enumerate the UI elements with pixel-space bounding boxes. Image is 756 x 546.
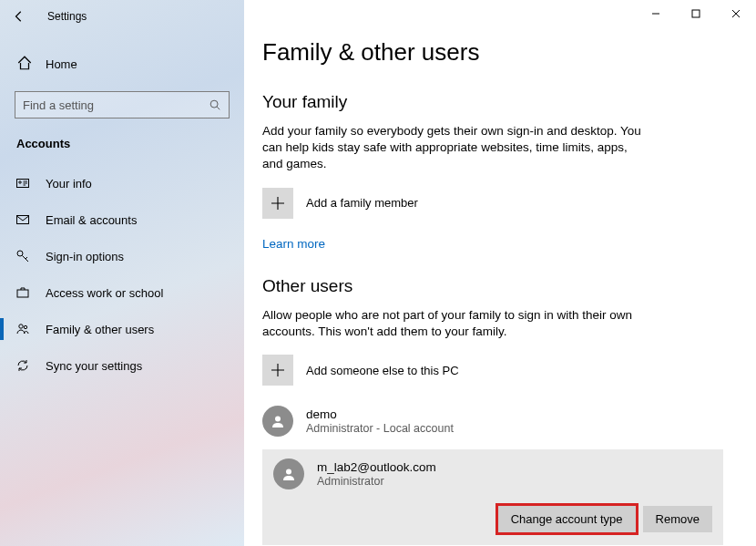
home-label: Home	[46, 57, 77, 71]
back-button[interactable]	[7, 5, 31, 28]
close-button[interactable]	[716, 0, 756, 27]
nav-sync-settings[interactable]: Sync your settings	[0, 347, 244, 384]
avatar-icon	[262, 406, 293, 437]
key-icon	[15, 249, 31, 263]
svg-point-10	[286, 469, 291, 475]
id-card-icon	[15, 176, 31, 191]
add-other-label: Add someone else to this PC	[306, 364, 459, 377]
user-role: Administrator - Local account	[306, 422, 454, 435]
section-other-users-title: Other users	[262, 276, 723, 296]
maximize-button[interactable]	[676, 0, 716, 27]
page-title: Family & other users	[262, 38, 723, 67]
home-icon	[16, 55, 33, 74]
other-user-row[interactable]: m_lab2@outlook.com Administrator	[273, 458, 712, 489]
nav-label: Sign-in options	[46, 250, 124, 263]
search-box[interactable]	[15, 91, 230, 118]
nav-email-accounts[interactable]: Email & accounts	[0, 201, 244, 238]
add-family-member-button[interactable]: Add a family member	[262, 188, 723, 219]
home-nav[interactable]: Home	[0, 47, 244, 80]
user-name: demo	[306, 407, 454, 421]
briefcase-icon	[15, 285, 31, 300]
nav-label: Family & other users	[46, 323, 154, 336]
nav-your-info[interactable]: Your info	[0, 165, 244, 201]
search-input[interactable]	[23, 98, 209, 112]
section-other-users-desc: Allow people who are not part of your fa…	[262, 307, 645, 340]
nav-label: Email & accounts	[46, 213, 137, 227]
svg-point-6	[19, 325, 23, 328]
minimize-button[interactable]	[636, 0, 676, 27]
nav-access-work-school[interactable]: Access work or school	[0, 274, 244, 311]
plus-icon	[262, 355, 293, 386]
avatar-icon	[273, 458, 304, 489]
people-icon	[15, 322, 31, 336]
svg-rect-8	[692, 10, 700, 17]
remove-user-button[interactable]: Remove	[643, 506, 712, 532]
section-label: Accounts	[0, 118, 244, 158]
mail-icon	[15, 212, 31, 227]
change-account-type-button[interactable]: Change account type	[498, 506, 636, 532]
add-family-label: Add a family member	[306, 196, 418, 210]
svg-point-9	[275, 417, 281, 422]
add-other-user-button[interactable]: Add someone else to this PC	[262, 355, 723, 386]
user-name: m_lab2@outlook.com	[317, 460, 436, 474]
svg-rect-3	[17, 216, 29, 224]
nav-family-other-users[interactable]: Family & other users	[0, 311, 244, 347]
svg-point-4	[17, 251, 23, 256]
svg-rect-5	[17, 290, 28, 297]
nav-label: Your info	[46, 177, 92, 191]
svg-point-2	[19, 181, 21, 183]
user-role: Administrator	[317, 475, 436, 488]
other-user-row[interactable]: demo Administrator - Local account	[262, 400, 723, 442]
section-your-family-title: Your family	[262, 92, 723, 112]
sync-icon	[15, 358, 31, 373]
other-user-selected-block: m_lab2@outlook.com Administrator Change …	[262, 449, 723, 545]
nav-signin-options[interactable]: Sign-in options	[0, 238, 244, 274]
learn-more-link[interactable]: Learn more	[262, 237, 325, 251]
svg-point-0	[210, 100, 218, 108]
nav-label: Sync your settings	[46, 359, 142, 373]
window-title: Settings	[47, 10, 87, 23]
plus-icon	[262, 188, 293, 219]
svg-point-7	[24, 325, 26, 328]
nav-label: Access work or school	[46, 286, 163, 300]
search-icon	[209, 98, 221, 111]
section-your-family-desc: Add your family so everybody gets their …	[262, 123, 645, 173]
